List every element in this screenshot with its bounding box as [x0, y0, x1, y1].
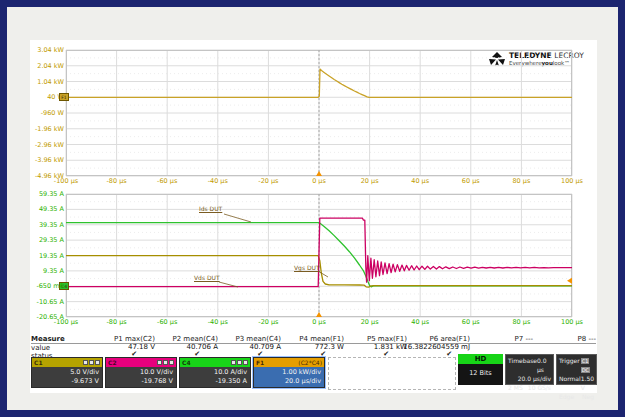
y-tick-label: -20.65 A [37, 314, 64, 321]
x-tick-label: 0 µs [312, 178, 326, 185]
x-tick-label: 20 µs [361, 319, 379, 326]
channel-offset: 20.0 µs/div [254, 377, 321, 386]
trigger-mode: Normal [559, 374, 581, 392]
descriptor-empty-slot [328, 357, 456, 390]
x-tick-label: 20 µs [361, 178, 379, 185]
x-tick-label: -40 µs [208, 319, 228, 326]
measure-param-label: P4 mean(F1) [299, 335, 344, 343]
trigger-badges: C1DC [580, 356, 594, 374]
measure-column-p5[interactable]: P5 max(F1)1.831 kW✔ [344, 335, 407, 358]
descriptor-c4[interactable]: C410.0 A/div-19.350 A [179, 357, 251, 388]
channel-offset: -19.768 V [106, 377, 173, 386]
measure-param-label: P6 area(F1) [430, 335, 470, 343]
bottom-grid-y-axis: 59.35 A49.35 A39.35 A29.35 A19.35 A9.35 … [30, 194, 64, 317]
channel-scale: 10.0 V/div [106, 368, 173, 377]
x-tick-label: 100 µs [561, 178, 583, 185]
trigger-slope: Neg [582, 392, 594, 401]
measure-column-p4[interactable]: P4 mean(F1)772.3 W✔ [281, 335, 344, 358]
x-tick-label: -20 µs [258, 319, 278, 326]
y-tick-label: 2.04 kW [37, 63, 64, 70]
channel-settings: 10.0 V/div-19.768 V [106, 367, 176, 386]
measure-param-label: P8 --- [578, 335, 596, 343]
channel-scale: 10.0 A/div [180, 368, 247, 377]
x-tick-label: 60 µs [462, 178, 480, 185]
y-tick-label: -1.96 kW [35, 126, 64, 133]
x-tick-label: -80 µs [106, 178, 126, 185]
x-tick-label: -20 µs [258, 178, 278, 185]
channel-header-icons [83, 360, 100, 365]
channel-settings: 10.0 A/div-19.350 A [180, 367, 250, 386]
measure-param-label: P3 mean(C4) [235, 335, 281, 343]
measure-column-p3[interactable]: P3 mean(C4)40.709 A✔ [218, 335, 281, 358]
channel-scale: 5.0 V/div [32, 368, 99, 377]
signal-grid [66, 194, 572, 317]
y-tick-label: 40 W [47, 94, 64, 101]
channel-header-icons [157, 360, 174, 365]
measure-value-label: value [31, 344, 50, 352]
y-tick-label: 49.35 A [39, 206, 64, 213]
timebase-record: 2 MS [508, 383, 523, 392]
trace-c2-vds[interactable] [66, 218, 572, 287]
channel-id-label: C4 [182, 359, 191, 366]
x-tick-label: -100 µs [54, 178, 78, 185]
power-grid [66, 50, 572, 176]
y-tick-label: -650 mA [36, 283, 64, 290]
channel-scale: 1.00 kW/div [254, 368, 321, 377]
y-tick-label: -3.96 kW [35, 157, 64, 164]
measure-param-value: 40.706 A [186, 343, 218, 351]
descriptor-c2[interactable]: C210.0 V/div-19.768 V [105, 357, 177, 388]
x-tick-label: 60 µs [462, 319, 480, 326]
channel-settings: 5.0 V/div-9.673 V [32, 367, 102, 386]
timebase-offset: 0.0 µs [537, 356, 551, 374]
top-grid-x-axis: -100 µs-80 µs-60 µs-40 µs-20 µs0 µs20 µs… [66, 178, 572, 186]
x-tick-label: -60 µs [157, 319, 177, 326]
y-tick-label: 29.35 A [39, 237, 64, 244]
channel-id-label: C1 [34, 359, 43, 366]
timebase-box[interactable]: Timebase0.0 µs 20.0 µs/div 2 MS10 GS/s [505, 354, 554, 385]
y-tick-label: 3.04 kW [37, 47, 64, 54]
measure-param-label: P5 max(F1) [367, 335, 407, 343]
hd-bits: 12 Bits [458, 364, 503, 385]
x-tick-label: -80 µs [106, 319, 126, 326]
trigger-coupling-badge: DC [581, 367, 590, 373]
hd-acquisition-box[interactable]: HD 12 Bits [458, 354, 503, 385]
trigger-title: Trigger [559, 356, 580, 374]
measure-param-value: 1.831 kW [374, 343, 407, 351]
trigger-level: 1.50 V [581, 374, 594, 392]
x-tick-label: 100 µs [561, 319, 583, 326]
x-tick-label: -60 µs [157, 178, 177, 185]
y-tick-label: 9.35 A [43, 268, 64, 275]
x-tick-label: -40 µs [208, 178, 228, 185]
channel-header-icons [231, 360, 248, 365]
channel-offset: -19.350 A [180, 377, 247, 386]
y-tick-label: 19.35 A [39, 253, 64, 260]
bottom-grid-x-axis: -100 µs-80 µs-60 µs-40 µs-20 µs0 µs20 µs… [66, 319, 572, 327]
descriptor-c1[interactable]: C15.0 V/div-9.673 V [31, 357, 103, 388]
trigger-type: Edge [559, 392, 574, 401]
channel-offset: -9.673 V [32, 377, 99, 386]
timebase-scale: 20.0 µs/div [518, 374, 551, 383]
trigger-box[interactable]: TriggerC1DC Normal1.50 V EdgeNeg [556, 354, 597, 385]
descriptor-f1[interactable]: F1(C2*C4)1.00 kW/div20.0 µs/div [253, 357, 325, 388]
measure-param-value: 16.3822604559 mJ [403, 343, 470, 351]
measure-param-label: P7 --- [515, 335, 533, 343]
y-tick-label: -960 W [41, 110, 64, 117]
x-tick-label: 80 µs [512, 178, 530, 185]
oscilloscope-screenshot: TELEDYNE LECROY Everywhereyoulook™ 3.04 … [0, 0, 625, 417]
channel-source-label: (C2*C4) [298, 359, 322, 366]
trigger-source-badge: C1 [581, 358, 590, 364]
measure-param-value: 40.709 A [249, 343, 281, 351]
measure-param-label: P2 mean(C4) [172, 335, 218, 343]
measure-column-p1[interactable]: P1 max(C2)47.18 V✔ [92, 335, 155, 358]
channel-id-label: F1 [256, 359, 264, 366]
y-tick-label: 59.35 A [39, 191, 64, 198]
x-tick-label: 80 µs [512, 319, 530, 326]
hd-badge: HD [458, 354, 503, 364]
channel-settings: 1.00 kW/div20.0 µs/div [254, 367, 324, 386]
x-tick-label: 0 µs [312, 319, 326, 326]
y-tick-label: 39.35 A [39, 222, 64, 229]
x-tick-label: 40 µs [411, 178, 429, 185]
measure-column-p2[interactable]: P2 mean(C4)40.706 A✔ [155, 335, 218, 358]
y-tick-label: -2.96 kW [35, 142, 64, 149]
measure-header-label: Measure [31, 335, 65, 343]
